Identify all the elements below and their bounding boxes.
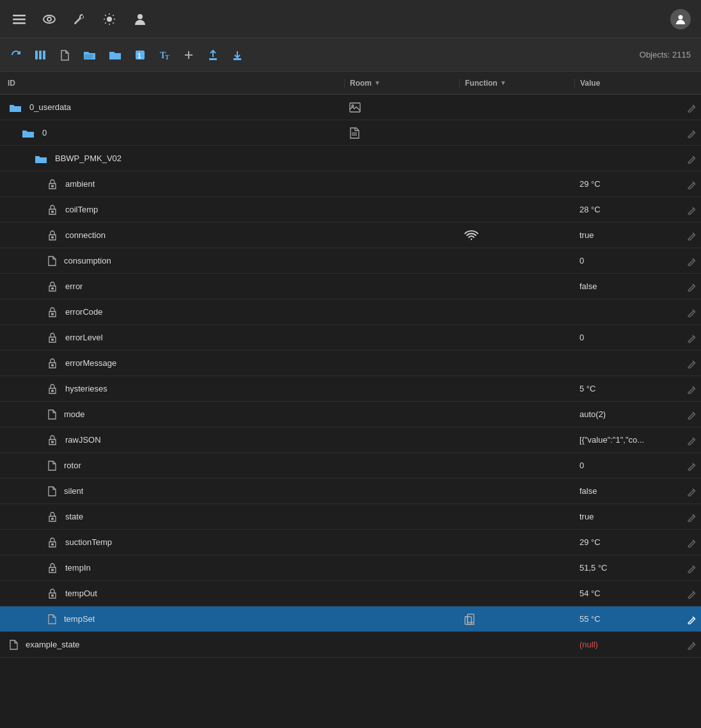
row-edit-button[interactable]	[683, 460, 696, 470]
row-edit-button[interactable]	[683, 537, 696, 547]
table-row[interactable]: tempIn51,5 °C	[0, 555, 701, 581]
upload-button[interactable]	[202, 45, 224, 65]
pencil-icon	[687, 590, 696, 599]
col-header-room[interactable]: Room ▼	[344, 79, 459, 88]
table-row[interactable]: connection true	[0, 223, 701, 248]
table-row[interactable]: modeauto(2)	[0, 402, 701, 427]
row-value: 54 °C	[574, 589, 683, 598]
brightness-icon	[102, 12, 116, 26]
columns-icon	[35, 49, 46, 61]
row-edit-button[interactable]	[683, 230, 696, 240]
row-edit-button[interactable]	[683, 153, 696, 163]
row-edit-button[interactable]	[683, 102, 696, 112]
download-button[interactable]	[226, 45, 248, 65]
folder-button[interactable]	[104, 45, 127, 65]
row-function	[459, 228, 574, 242]
table-row[interactable]: errorfalse	[0, 274, 701, 299]
row-edit-button[interactable]	[683, 511, 696, 521]
row-edit-button[interactable]	[683, 409, 696, 419]
table-row[interactable]: tempSet 55 °C	[0, 606, 701, 632]
svg-point-6	[138, 14, 143, 19]
row-edit-button[interactable]	[683, 639, 696, 649]
brightness-button[interactable]	[100, 10, 119, 29]
badge-button[interactable]: 1	[129, 45, 151, 65]
table-row[interactable]: coilTemp28 °C	[0, 197, 701, 223]
table-row[interactable]: BBWP_PMK_V02	[0, 146, 701, 171]
svg-point-26	[471, 239, 472, 240]
table-row[interactable]: errorLevel0	[0, 325, 701, 351]
folder-icon	[22, 127, 35, 139]
folder-icon	[35, 153, 47, 164]
table-row[interactable]: statetrue	[0, 504, 701, 530]
row-value: 29 °C	[574, 179, 683, 189]
row-name: consumption	[64, 256, 111, 265]
row-edit-button[interactable]	[683, 383, 696, 393]
person-icon	[133, 12, 147, 26]
file-icon	[47, 255, 56, 266]
row-edit-button[interactable]	[683, 127, 696, 138]
lock-file-icon	[47, 562, 58, 574]
row-edit-button[interactable]	[683, 306, 696, 317]
pencil-icon	[687, 180, 696, 189]
row-value: 5 °C	[574, 384, 683, 393]
refresh-button[interactable]	[5, 45, 27, 65]
topbar-right	[670, 9, 691, 29]
table-row[interactable]: rawJSON[{"value":"1","co...	[0, 427, 701, 453]
svg-rect-9	[39, 51, 42, 59]
row-edit-button[interactable]	[683, 613, 696, 624]
profile-button[interactable]	[130, 10, 150, 29]
svg-rect-18	[233, 58, 241, 60]
font-button[interactable]: T T	[154, 45, 175, 65]
svg-rect-1	[13, 19, 26, 20]
row-edit-button[interactable]	[683, 255, 696, 265]
row-room	[344, 102, 459, 113]
table-row[interactable]: suctionTemp29 °C	[0, 530, 701, 555]
pencil-icon	[687, 360, 696, 368]
wifi-icon	[464, 228, 478, 241]
table-body: 0_userdata 0 BBWP_PMK_V02 ambient29 °C c…	[0, 95, 701, 658]
eye-button[interactable]	[40, 10, 59, 29]
table-row[interactable]: consumption0	[0, 248, 701, 274]
image-icon	[349, 102, 361, 113]
columns-button[interactable]	[29, 45, 51, 65]
row-edit-button[interactable]	[683, 588, 696, 598]
row-edit-button[interactable]	[683, 204, 696, 214]
row-edit-button[interactable]	[683, 281, 696, 291]
row-name: errorCode	[65, 307, 103, 317]
table-row[interactable]: silentfalse	[0, 479, 701, 504]
row-edit-button[interactable]	[683, 486, 696, 496]
open-folder-button[interactable]	[78, 45, 101, 65]
menu-button[interactable]	[10, 10, 28, 28]
svg-rect-2	[13, 22, 26, 24]
lock-file-icon	[47, 537, 58, 548]
pencil-icon	[687, 641, 696, 650]
wrench-button[interactable]	[70, 10, 88, 28]
row-edit-button[interactable]	[683, 178, 696, 189]
table-row[interactable]: hysterieses5 °C	[0, 376, 701, 402]
add-button[interactable]	[178, 45, 200, 65]
toolbar: 1 T T Objects: 2115	[0, 38, 701, 72]
row-value: (null)	[574, 640, 683, 649]
new-file-button[interactable]	[54, 45, 75, 65]
row-edit-button[interactable]	[683, 562, 696, 573]
table-row[interactable]: ambient29 °C	[0, 171, 701, 197]
table-row[interactable]: example_state(null)	[0, 632, 701, 658]
upload-icon	[207, 49, 219, 61]
table-row[interactable]: rotor0	[0, 453, 701, 479]
lock-file-icon	[47, 434, 58, 446]
doc-icon	[349, 127, 359, 139]
table-row[interactable]: errorMessage	[0, 351, 701, 376]
table-row[interactable]: tempOut54 °C	[0, 581, 701, 606]
file-icon	[47, 409, 56, 420]
table-row[interactable]: errorCode	[0, 299, 701, 325]
pencil-icon	[687, 615, 696, 624]
row-value: 29 °C	[574, 537, 683, 547]
svg-rect-23	[52, 186, 54, 187]
row-edit-button[interactable]	[683, 332, 696, 342]
col-header-function[interactable]: Function ▼	[459, 79, 574, 88]
row-edit-button[interactable]	[683, 358, 696, 368]
table-row[interactable]: 0	[0, 120, 701, 146]
objects-count: Objects: 2115	[640, 50, 696, 59]
table-row[interactable]: 0_userdata	[0, 95, 701, 120]
row-edit-button[interactable]	[683, 434, 696, 445]
